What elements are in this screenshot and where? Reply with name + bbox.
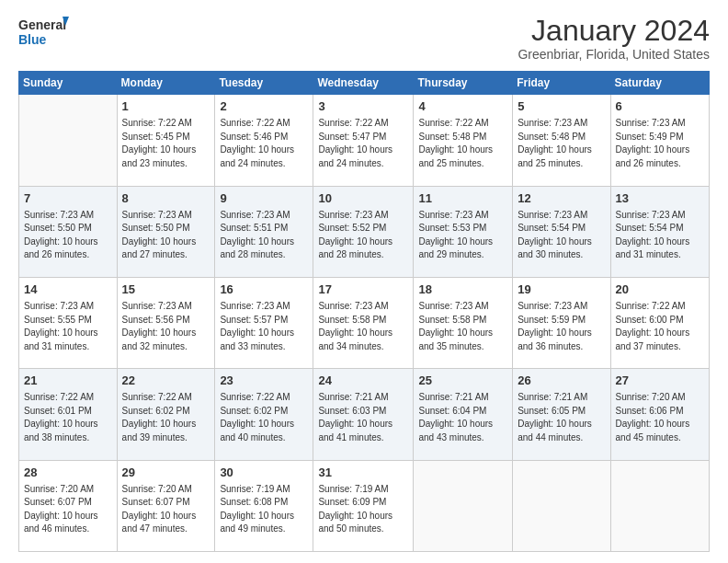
day-info: Sunrise: 7:21 AM Sunset: 6:03 PM Dayligh… xyxy=(318,391,408,444)
calendar-table: SundayMondayTuesdayWednesdayThursdayFrid… xyxy=(18,71,710,552)
calendar-cell: 1Sunrise: 7:22 AM Sunset: 5:45 PM Daylig… xyxy=(117,95,215,186)
calendar-cell: 29Sunrise: 7:20 AM Sunset: 6:07 PM Dayli… xyxy=(117,460,215,551)
calendar-cell: 13Sunrise: 7:23 AM Sunset: 5:54 PM Dayli… xyxy=(610,186,709,277)
day-info: Sunrise: 7:22 AM Sunset: 5:48 PM Dayligh… xyxy=(418,117,507,170)
calendar-cell: 26Sunrise: 7:21 AM Sunset: 6:05 PM Dayli… xyxy=(513,369,610,460)
calendar-cell: 3Sunrise: 7:22 AM Sunset: 5:47 PM Daylig… xyxy=(313,95,414,186)
day-info: Sunrise: 7:20 AM Sunset: 6:07 PM Dayligh… xyxy=(122,483,210,536)
day-info: Sunrise: 7:23 AM Sunset: 5:54 PM Dayligh… xyxy=(616,209,704,262)
day-info: Sunrise: 7:23 AM Sunset: 5:59 PM Dayligh… xyxy=(518,300,605,353)
svg-text:General: General xyxy=(18,17,66,32)
calendar-cell: 10Sunrise: 7:23 AM Sunset: 5:52 PM Dayli… xyxy=(313,186,414,277)
day-number: 22 xyxy=(122,373,210,389)
day-info: Sunrise: 7:23 AM Sunset: 5:49 PM Dayligh… xyxy=(616,117,704,170)
day-number: 29 xyxy=(122,465,210,481)
calendar-cell: 28Sunrise: 7:20 AM Sunset: 6:07 PM Dayli… xyxy=(19,460,118,551)
title-block: January 2024 Greenbriar, Florida, United… xyxy=(518,15,710,62)
calendar-cell: 20Sunrise: 7:22 AM Sunset: 6:00 PM Dayli… xyxy=(610,277,709,368)
day-info: Sunrise: 7:23 AM Sunset: 5:51 PM Dayligh… xyxy=(220,209,308,262)
day-number: 18 xyxy=(418,282,507,298)
header: General Blue January 2024 Greenbriar, Fl… xyxy=(18,15,710,62)
day-info: Sunrise: 7:22 AM Sunset: 6:01 PM Dayligh… xyxy=(24,391,112,444)
day-info: Sunrise: 7:19 AM Sunset: 6:09 PM Dayligh… xyxy=(318,483,408,536)
day-info: Sunrise: 7:23 AM Sunset: 5:53 PM Dayligh… xyxy=(418,209,507,262)
day-info: Sunrise: 7:23 AM Sunset: 5:50 PM Dayligh… xyxy=(24,209,112,262)
day-number: 11 xyxy=(418,190,507,207)
calendar-cell: 6Sunrise: 7:23 AM Sunset: 5:49 PM Daylig… xyxy=(610,95,709,186)
calendar-cell: 18Sunrise: 7:23 AM Sunset: 5:58 PM Dayli… xyxy=(414,277,513,368)
day-number: 31 xyxy=(318,465,408,481)
calendar-week-row: 28Sunrise: 7:20 AM Sunset: 6:07 PM Dayli… xyxy=(19,460,710,551)
calendar-day-header: Monday xyxy=(117,72,215,95)
day-info: Sunrise: 7:22 AM Sunset: 6:02 PM Dayligh… xyxy=(122,391,210,444)
calendar-day-header: Tuesday xyxy=(215,72,313,95)
day-info: Sunrise: 7:20 AM Sunset: 6:07 PM Dayligh… xyxy=(24,483,112,536)
day-number: 26 xyxy=(518,373,605,389)
day-number: 12 xyxy=(518,190,605,207)
day-number: 16 xyxy=(220,282,308,298)
calendar-cell xyxy=(414,460,513,551)
day-number: 23 xyxy=(220,373,308,389)
calendar-cell: 22Sunrise: 7:22 AM Sunset: 6:02 PM Dayli… xyxy=(117,369,215,460)
day-number: 30 xyxy=(220,465,308,481)
calendar-cell xyxy=(513,460,610,551)
day-number: 3 xyxy=(318,98,408,115)
svg-text:Blue: Blue xyxy=(18,32,47,47)
day-number: 27 xyxy=(616,373,704,389)
day-number: 24 xyxy=(318,373,408,389)
day-info: Sunrise: 7:23 AM Sunset: 5:50 PM Dayligh… xyxy=(122,209,210,262)
day-info: Sunrise: 7:22 AM Sunset: 5:47 PM Dayligh… xyxy=(318,117,408,170)
calendar-cell: 21Sunrise: 7:22 AM Sunset: 6:01 PM Dayli… xyxy=(19,369,118,460)
calendar-cell: 5Sunrise: 7:23 AM Sunset: 5:48 PM Daylig… xyxy=(513,95,610,186)
day-info: Sunrise: 7:22 AM Sunset: 5:45 PM Dayligh… xyxy=(122,117,210,170)
calendar-cell: 4Sunrise: 7:22 AM Sunset: 5:48 PM Daylig… xyxy=(414,95,513,186)
calendar-cell: 31Sunrise: 7:19 AM Sunset: 6:09 PM Dayli… xyxy=(313,460,414,551)
calendar-cell: 30Sunrise: 7:19 AM Sunset: 6:08 PM Dayli… xyxy=(215,460,313,551)
day-info: Sunrise: 7:22 AM Sunset: 6:00 PM Dayligh… xyxy=(616,300,704,353)
calendar-cell: 15Sunrise: 7:23 AM Sunset: 5:56 PM Dayli… xyxy=(117,277,215,368)
day-number: 17 xyxy=(318,282,408,298)
day-info: Sunrise: 7:23 AM Sunset: 5:56 PM Dayligh… xyxy=(122,300,210,353)
day-info: Sunrise: 7:21 AM Sunset: 6:05 PM Dayligh… xyxy=(518,391,605,444)
day-number: 6 xyxy=(616,98,704,115)
calendar-cell: 25Sunrise: 7:21 AM Sunset: 6:04 PM Dayli… xyxy=(414,369,513,460)
day-info: Sunrise: 7:19 AM Sunset: 6:08 PM Dayligh… xyxy=(220,483,308,536)
day-number: 20 xyxy=(616,282,704,298)
day-number: 9 xyxy=(220,190,308,207)
calendar-week-row: 7Sunrise: 7:23 AM Sunset: 5:50 PM Daylig… xyxy=(19,186,710,277)
calendar-cell: 23Sunrise: 7:22 AM Sunset: 6:02 PM Dayli… xyxy=(215,369,313,460)
day-number: 5 xyxy=(518,98,605,115)
calendar-cell: 24Sunrise: 7:21 AM Sunset: 6:03 PM Dayli… xyxy=(313,369,414,460)
calendar-day-header: Wednesday xyxy=(313,72,414,95)
day-number: 10 xyxy=(318,190,408,207)
calendar-cell: 7Sunrise: 7:23 AM Sunset: 5:50 PM Daylig… xyxy=(19,186,118,277)
day-number: 15 xyxy=(122,282,210,298)
calendar-cell: 9Sunrise: 7:23 AM Sunset: 5:51 PM Daylig… xyxy=(215,186,313,277)
calendar-cell: 2Sunrise: 7:22 AM Sunset: 5:46 PM Daylig… xyxy=(215,95,313,186)
calendar-cell xyxy=(610,460,709,551)
subtitle: Greenbriar, Florida, United States xyxy=(518,47,710,62)
day-info: Sunrise: 7:22 AM Sunset: 5:46 PM Dayligh… xyxy=(220,117,308,170)
logo-svg: General Blue xyxy=(18,15,69,50)
calendar-week-row: 21Sunrise: 7:22 AM Sunset: 6:01 PM Dayli… xyxy=(19,369,710,460)
calendar-day-header: Sunday xyxy=(19,72,118,95)
day-number: 2 xyxy=(220,98,308,115)
day-info: Sunrise: 7:22 AM Sunset: 6:02 PM Dayligh… xyxy=(220,391,308,444)
calendar-header-row: SundayMondayTuesdayWednesdayThursdayFrid… xyxy=(19,72,710,95)
calendar-day-header: Friday xyxy=(513,72,610,95)
calendar-day-header: Saturday xyxy=(610,72,709,95)
calendar-week-row: 14Sunrise: 7:23 AM Sunset: 5:55 PM Dayli… xyxy=(19,277,710,368)
day-number: 13 xyxy=(616,190,704,207)
day-info: Sunrise: 7:21 AM Sunset: 6:04 PM Dayligh… xyxy=(418,391,507,444)
calendar-cell: 14Sunrise: 7:23 AM Sunset: 5:55 PM Dayli… xyxy=(19,277,118,368)
day-number: 19 xyxy=(518,282,605,298)
day-number: 14 xyxy=(24,282,112,298)
calendar-cell: 27Sunrise: 7:20 AM Sunset: 6:06 PM Dayli… xyxy=(610,369,709,460)
page: General Blue January 2024 Greenbriar, Fl… xyxy=(0,0,728,563)
day-number: 28 xyxy=(24,465,112,481)
day-number: 21 xyxy=(24,373,112,389)
calendar-cell: 19Sunrise: 7:23 AM Sunset: 5:59 PM Dayli… xyxy=(513,277,610,368)
calendar-day-header: Thursday xyxy=(414,72,513,95)
day-info: Sunrise: 7:20 AM Sunset: 6:06 PM Dayligh… xyxy=(616,391,704,444)
day-number: 8 xyxy=(122,190,210,207)
